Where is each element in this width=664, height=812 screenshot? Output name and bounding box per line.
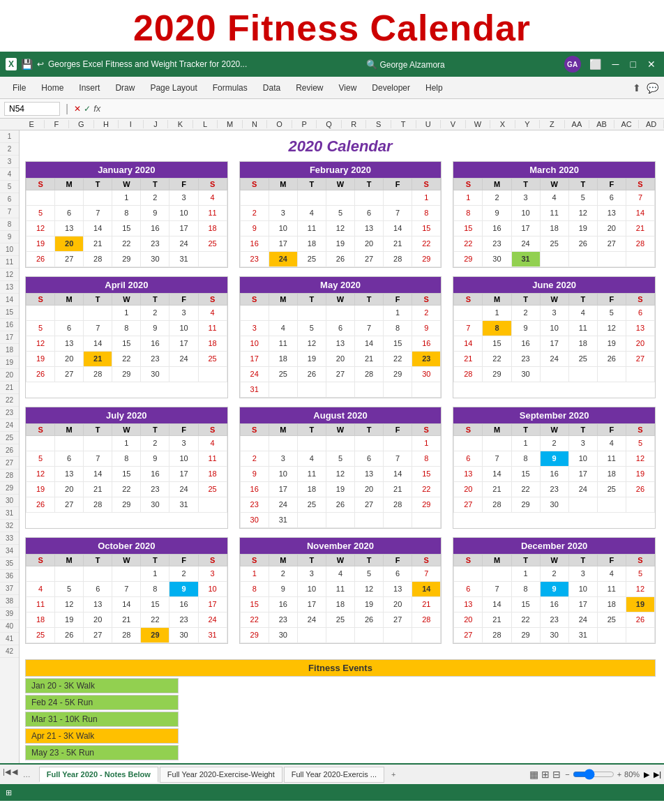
tab-formulas[interactable]: Formulas	[206, 80, 255, 96]
cancel-formula-icon[interactable]: ✕	[74, 104, 81, 114]
status-icon: ⊞	[6, 788, 12, 797]
share-icon[interactable]: ⬆	[633, 82, 641, 93]
day-cell: 19	[27, 482, 55, 497]
month-grid-7: SMTWTFS123456789101112131415161718192021…	[240, 423, 442, 528]
day-cell: 13	[84, 597, 112, 612]
day-cell: 28	[626, 236, 654, 252]
col-header-T: T	[391, 120, 416, 128]
day-cell: 9	[412, 321, 441, 336]
search-icon[interactable]: 🔍	[366, 59, 377, 70]
day-cell: 30	[483, 252, 511, 267]
row-num-38: 38	[0, 595, 19, 608]
day-cell: 30	[141, 367, 169, 382]
day-header: S	[412, 424, 441, 436]
tab-review[interactable]: Review	[289, 80, 330, 96]
minimize-button[interactable]: ─	[610, 59, 622, 70]
day-cell	[326, 306, 354, 321]
day-header: T	[355, 424, 384, 436]
sheet-tab-0[interactable]: Full Year 2020 - Notes Below	[39, 767, 158, 783]
month-grid-6: SMTWTFS123456789101112131415161718192021…	[26, 423, 227, 513]
tab-page-layout[interactable]: Page Layout	[143, 80, 204, 96]
normal-view-icon[interactable]: ▦	[529, 769, 538, 780]
month-grid-2: SMTWTFS123456789101112131415161718192021…	[453, 178, 655, 267]
day-cell: 22	[412, 482, 441, 497]
month-grid-0: SMTWTFS123456789101112131415161718192021…	[26, 178, 227, 267]
day-cell	[326, 628, 354, 643]
day-header: T	[511, 179, 540, 190]
day-cell: 7	[384, 451, 412, 467]
name-box[interactable]	[4, 102, 60, 116]
sheet-tabs: Full Year 2020 - Notes BelowFull Year 20…	[39, 767, 384, 783]
day-cell: 14	[412, 582, 441, 597]
tab-insert[interactable]: Insert	[72, 80, 107, 96]
page-layout-view-icon[interactable]: ⊞	[541, 769, 550, 780]
tab-help[interactable]: Help	[418, 80, 450, 96]
day-cell: 1	[483, 306, 511, 321]
tab-file[interactable]: File	[6, 80, 33, 96]
tab-draw[interactable]: Draw	[108, 80, 142, 96]
day-header: M	[55, 294, 84, 306]
day-cell: 1	[454, 190, 483, 206]
add-sheet-button[interactable]: +	[386, 767, 401, 781]
bottom-tab-bar: |◀ ◀ … Full Year 2020 - Notes BelowFull …	[0, 763, 664, 784]
day-cell: 7	[355, 321, 384, 336]
day-cell: 27	[355, 252, 384, 267]
day-cell: 22	[412, 236, 441, 252]
nav-dots[interactable]: …	[19, 767, 35, 781]
day-header: W	[326, 294, 354, 306]
day-cell: 19	[626, 467, 654, 482]
page-break-view-icon[interactable]: ⊟	[552, 769, 561, 780]
nav-last-icon[interactable]: ▶|	[654, 770, 661, 779]
day-cell: 1	[141, 566, 169, 582]
tab-nav-arrows: |◀ ◀ …	[3, 767, 35, 781]
day-cell	[240, 436, 269, 451]
zoom-slider[interactable]	[573, 769, 614, 780]
day-cell: 27	[626, 352, 654, 367]
sheet-tab-1[interactable]: Full Year 2020-Exercise-Weight	[160, 767, 282, 783]
zoom-out-button[interactable]: −	[565, 770, 569, 779]
close-button[interactable]: ✕	[644, 59, 658, 70]
day-cell: 22	[384, 352, 412, 367]
tab-home[interactable]: Home	[34, 80, 70, 96]
tab-view[interactable]: View	[332, 80, 364, 96]
formula-input[interactable]	[103, 103, 660, 115]
day-cell: 25	[597, 482, 626, 497]
quick-access-undo[interactable]: ↩	[37, 59, 44, 69]
tab-developer[interactable]: Developer	[365, 80, 417, 96]
day-header: M	[483, 179, 511, 190]
day-cell	[597, 252, 626, 267]
month-calendar-december-2020: December 2020SMTWTFS12345678910111213141…	[453, 537, 656, 644]
day-cell: 18	[597, 597, 626, 612]
day-cell: 21	[84, 482, 112, 497]
day-header: T	[511, 424, 540, 436]
day-cell: 28	[355, 367, 384, 382]
confirm-formula-icon[interactable]: ✓	[84, 104, 91, 114]
sheet-tab-2[interactable]: Full Year 2020-Exercis ...	[284, 767, 384, 783]
day-cell: 4	[597, 566, 626, 582]
day-cell	[55, 436, 84, 451]
restore-button[interactable]: □	[628, 59, 639, 70]
month-header-1: February 2020	[240, 162, 442, 178]
quick-access-save[interactable]: 💾	[21, 59, 33, 70]
nav-right-icon[interactable]: ▶	[644, 770, 649, 779]
day-header: S	[240, 294, 269, 306]
day-cell: 18	[297, 236, 326, 252]
row-num-6: 6	[0, 193, 19, 206]
day-cell: 13	[355, 221, 384, 236]
day-cell: 15	[412, 221, 441, 236]
tab-data[interactable]: Data	[256, 80, 287, 96]
day-cell: 19	[326, 482, 354, 497]
month-grid-9: SMTWTFS123456789101112131415161718192021…	[26, 554, 227, 643]
nav-first-icon[interactable]: |◀	[3, 767, 10, 781]
month-grid-10: SMTWTFS123456789101112131415161718192021…	[240, 554, 442, 643]
nav-prev-icon[interactable]: ◀	[12, 767, 17, 781]
comment-icon[interactable]: 💬	[647, 82, 658, 93]
day-cell: 4	[198, 306, 227, 321]
ribbon-display-icon[interactable]: ⬜	[587, 59, 604, 70]
zoom-in-button[interactable]: +	[617, 770, 621, 779]
day-cell: 10	[269, 467, 297, 482]
row-num-29: 29	[0, 482, 19, 495]
view-icons: ▦ ⊞ ⊟	[529, 769, 561, 780]
day-cell	[412, 382, 441, 398]
month-header-5: June 2020	[453, 277, 655, 293]
